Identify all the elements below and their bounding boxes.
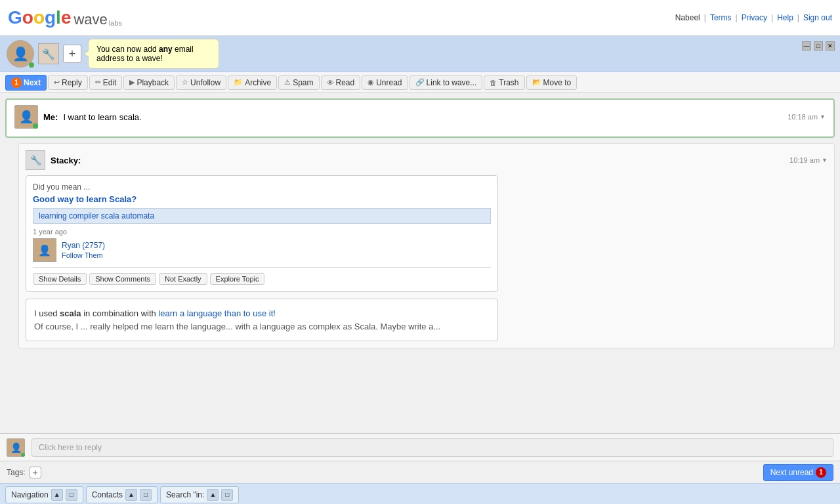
move-icon: 📂: [532, 78, 541, 87]
stacky-container: 🔧 Stacky: 10:19 am ▼ Did you mean ... Go…: [18, 143, 835, 348]
move-button[interactable]: 📂 Move to: [526, 75, 578, 90]
stacky-message-time: 10:19 am ▼: [789, 156, 828, 164]
answer-link[interactable]: learn a language than to use it!: [158, 308, 276, 318]
terms-link[interactable]: Terms: [710, 13, 732, 22]
add-tag-button[interactable]: +: [30, 467, 41, 478]
unfollow-label: Unfollow: [190, 78, 220, 87]
help-link[interactable]: Help: [777, 13, 793, 22]
add-contact-button[interactable]: +: [63, 45, 81, 63]
trash-button[interactable]: 🗑 Trash: [484, 75, 524, 90]
me-message: 👤 Me: I want to learn scala. 10:18 am ▼: [5, 98, 835, 138]
unfollow-button[interactable]: ☆ Unfollow: [176, 75, 226, 90]
header-right: Nabeel | Terms | Privacy | Help | Sign o…: [675, 13, 832, 22]
reply-label: Reply: [62, 78, 82, 87]
contacts-panel: Contacts ▲ □: [86, 486, 158, 503]
dym-link[interactable]: Good way to learn Scala?: [33, 194, 136, 204]
did-you-mean-box: Did you mean ... Good way to learn Scala…: [26, 175, 498, 292]
dym-time: 1 year ago: [33, 228, 491, 236]
avatar-area: 👤 🔧 +: [7, 40, 81, 68]
dym-follow-link[interactable]: Follow Them: [62, 251, 103, 259]
me-avatar-message-wrap: 👤: [14, 105, 38, 129]
restore-button[interactable]: □: [814, 41, 823, 51]
dym-tags: learning compiler scala automata: [33, 208, 491, 224]
edit-button[interactable]: ✏ Edit: [89, 75, 123, 90]
reply-input[interactable]: Click here to reply: [32, 438, 833, 457]
next-button[interactable]: 1 Next: [5, 75, 47, 91]
reply-online-dot: [21, 453, 25, 457]
sep4: |: [797, 13, 799, 22]
navigation-up-button[interactable]: ▲: [51, 489, 63, 501]
playback-button[interactable]: ▶ Playback: [123, 75, 175, 90]
link-button[interactable]: 🔗 Link to wave...: [410, 75, 483, 90]
tags-left: Tags: +: [7, 467, 41, 478]
spam-button[interactable]: ⚠ Spam: [278, 75, 319, 90]
tooltip-text1: You can now add: [96, 45, 159, 54]
trash-label: Trash: [499, 78, 518, 87]
spam-label: Spam: [293, 78, 313, 87]
reply-icon: ↩: [54, 78, 60, 87]
explore-topic-button[interactable]: Explore Topic: [210, 273, 265, 285]
stacky-header: 🔧 Stacky: 10:19 am ▼: [26, 150, 828, 170]
me-author-label: Me:: [43, 112, 58, 122]
dym-user-avatar: 👤: [33, 238, 56, 262]
me-message-time: 10:18 am ▼: [788, 113, 826, 121]
edit-label: Edit: [103, 78, 117, 87]
dym-username: Ryan (2757): [62, 241, 105, 250]
stacky-avatar: 🔧: [26, 150, 45, 170]
unfollow-icon: ☆: [182, 78, 188, 87]
me-message-text: I want to learn scala.: [63, 112, 141, 122]
reply-area: 👤 Click here to reply: [0, 433, 840, 461]
read-icon: 👁: [327, 79, 334, 87]
toolbar: 1 Next ↩ Reply ✏ Edit ▶ Playback ☆ Unfol…: [0, 72, 840, 93]
read-label: Read: [336, 78, 355, 87]
dym-actions: Show Details Show Comments Not Exactly E…: [33, 273, 491, 285]
archive-label: Archive: [245, 78, 271, 87]
me-author-area: 👤 Me: I want to learn scala.: [14, 105, 142, 129]
google-logo: Google: [8, 7, 71, 28]
navigation-panel: Navigation ▲ □: [5, 486, 83, 503]
stacky-time-chevron: ▼: [822, 157, 828, 163]
navigation-maximize-button[interactable]: □: [66, 489, 77, 501]
playback-label: Playback: [136, 78, 169, 87]
navigation-label: Navigation: [11, 490, 49, 499]
wave-logo: wave: [74, 11, 107, 28]
contacts-maximize-button[interactable]: □: [140, 489, 152, 501]
stacky-avatar-small: 🔧: [38, 43, 59, 64]
wave-area: 👤 Me: I want to learn scala. 10:18 am ▼ …: [0, 93, 840, 433]
tags-label: Tags:: [7, 468, 26, 477]
me-time-chevron: ▼: [820, 114, 826, 120]
tooltip-text3: to a wave!: [125, 54, 163, 63]
reply-button[interactable]: ↩ Reply: [48, 75, 88, 90]
archive-button[interactable]: 📁 Archive: [228, 75, 277, 90]
contacts-up-button[interactable]: ▲: [125, 489, 137, 501]
window-controls: — □ ✕: [802, 41, 835, 51]
privacy-link[interactable]: Privacy: [742, 13, 767, 22]
unread-button[interactable]: ◉ Unread: [362, 75, 408, 90]
answer-intro: I used: [34, 308, 60, 318]
answer-text: I used scala in combination with learn a…: [34, 307, 490, 320]
next-badge: 1: [11, 77, 22, 88]
next-unread-button[interactable]: Next unread 1: [763, 464, 833, 481]
answer-box: I used scala in combination with learn a…: [26, 299, 498, 341]
me-message-header: 👤 Me: I want to learn scala. 10:18 am ▼: [14, 105, 826, 129]
search-panel: Search "in: ▲ □: [160, 486, 239, 503]
stacky-author-area: 🔧 Stacky:: [26, 150, 81, 170]
search-label: Search "in:: [166, 490, 204, 499]
unread-icon: ◉: [368, 78, 374, 87]
tags-bar: Tags: + Next unread 1: [0, 461, 840, 483]
contacts-label: Contacts: [92, 490, 123, 499]
search-maximize-button[interactable]: □: [221, 489, 233, 501]
dym-user-area: 👤 Ryan (2757) Follow Them: [33, 238, 491, 262]
answer-bold: scala: [60, 308, 81, 318]
read-button[interactable]: 👁 Read: [321, 75, 361, 90]
search-up-button[interactable]: ▲: [207, 489, 219, 501]
show-comments-button[interactable]: Show Comments: [89, 273, 156, 285]
minimize-button[interactable]: —: [802, 41, 811, 51]
close-button[interactable]: ✕: [826, 41, 835, 51]
edit-icon: ✏: [95, 78, 101, 87]
link-icon: 🔗: [415, 78, 425, 87]
me-online-dot: [33, 123, 38, 129]
not-exactly-button[interactable]: Not Exactly: [159, 273, 207, 285]
sign-out-link[interactable]: Sign out: [803, 13, 832, 22]
show-details-button[interactable]: Show Details: [33, 273, 87, 285]
